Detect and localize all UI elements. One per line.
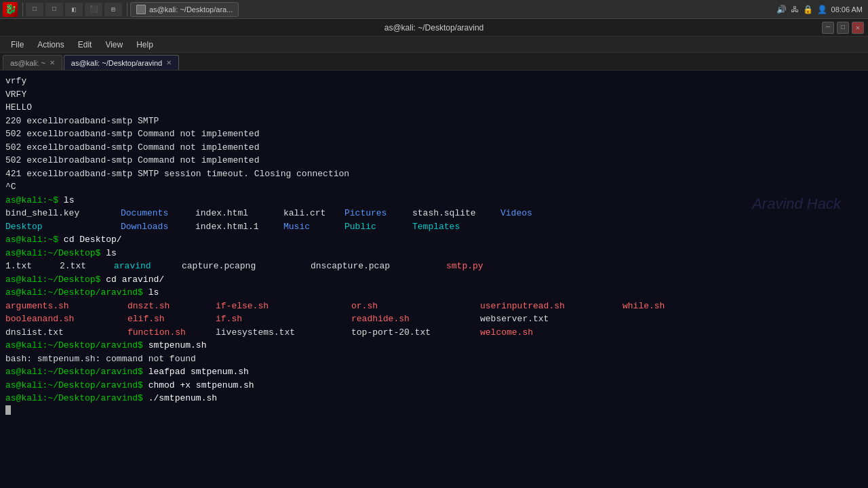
taskbar-window-label: as@kali: ~/Desktop/ara... <box>149 5 233 14</box>
maximize-button[interactable]: □ <box>837 22 849 34</box>
line-220: 220 excellbroadband-smtp SMTP <box>5 115 863 128</box>
tabbar: as@kali: ~ ✕ as@kali: ~/Desktop/aravind … <box>0 53 868 70</box>
line-vrfy-upper: VRFY <box>5 88 863 102</box>
taskbar-separator <box>22 3 23 16</box>
taskbar-btn-3[interactable]: ◧ <box>65 3 83 16</box>
prompt-ls-home: as@kali:~$ ls <box>5 194 863 207</box>
network-icon: 🖧 <box>791 5 799 14</box>
prompt-ls-aravind: as@kali:~/Desktop/aravind$ ls <box>5 286 863 300</box>
line-ctrlc: ^C <box>5 180 863 194</box>
taskbar-btn-4[interactable]: ⬛ <box>85 3 102 16</box>
taskbar-window-terminal[interactable]: as@kali: ~/Desktop/ara... <box>130 2 239 17</box>
cursor-line <box>5 405 863 415</box>
tab-home-label: as@kali: ~ <box>10 59 45 67</box>
titlebar: as@kali: ~/Desktop/aravind ─ □ ✕ <box>0 19 868 37</box>
taskbar-btn-1[interactable]: □ <box>26 3 43 16</box>
prompt-ls-desktop: as@kali:~/Desktop$ ls <box>5 247 863 260</box>
titlebar-controls: ─ □ ✕ <box>822 22 864 34</box>
taskbar-btn-5[interactable]: ⊞ <box>104 3 122 16</box>
tab-home[interactable]: as@kali: ~ ✕ <box>3 55 62 70</box>
taskbar-btn-2[interactable]: □ <box>45 3 63 16</box>
window-icon <box>136 5 146 14</box>
shield-icon: 🔒 <box>803 5 813 14</box>
menubar: File Actions Edit View Help <box>0 37 868 53</box>
terminal[interactable]: Aravind Hack vrfy VRFY HELLO 220 excellb… <box>0 70 868 488</box>
prompt-run-smtpenum: as@kali:~/Desktop/aravind$ ./smtpenum.sh <box>5 392 863 405</box>
menu-view[interactable]: View <box>98 39 130 51</box>
ls-aravind-row1: arguments.sh dnszt.sh if-else.sh or.sh u… <box>5 300 863 313</box>
ls-home-row1: bind_shell.key Documents index.html kali… <box>5 207 863 220</box>
menu-help[interactable]: Help <box>130 39 160 51</box>
ls-aravind-row3: dnslist.txt function.sh livesystems.txt … <box>5 326 863 340</box>
kali-dragon-icon[interactable]: 🐉 <box>3 2 18 17</box>
prompt-cd-aravind: as@kali:~/Desktop$ cd aravind/ <box>5 273 863 287</box>
line-421: 421 excellbroadband-smtp SMTP session ti… <box>5 167 863 181</box>
menu-actions[interactable]: Actions <box>31 39 71 51</box>
line-502-3: 502 excellbroadband-smtp Command not imp… <box>5 154 863 167</box>
line-502-2: 502 excellbroadband-smtp Command not imp… <box>5 141 863 155</box>
clock: 08:06 AM <box>831 5 863 14</box>
line-502-1: 502 excellbroadband-smtp Command not imp… <box>5 127 863 141</box>
line-vrfy-lower: vrfy <box>5 75 863 88</box>
prompt-smtpenum: as@kali:~/Desktop/aravind$ smtpenum.sh <box>5 339 863 352</box>
audio-icon: 🔊 <box>776 5 787 14</box>
terminal-cursor <box>5 405 11 415</box>
ls-desktop-row1: 1.txt 2.txt aravind capture.pcapng dnsca… <box>5 260 863 273</box>
prompt-cd-desktop: as@kali:~$ cd Desktop/ <box>5 233 863 247</box>
tab-home-close[interactable]: ✕ <box>50 59 55 66</box>
ls-aravind-row2: booleanand.sh elif.sh if.sh readhide.sh … <box>5 312 863 326</box>
tab-aravind-close[interactable]: ✕ <box>166 59 172 66</box>
menu-file[interactable]: File <box>4 39 31 51</box>
line-not-found: bash: smtpenum.sh: command not found <box>5 352 863 366</box>
prompt-chmod: as@kali:~/Desktop/aravind$ chmod +x smtp… <box>5 379 863 392</box>
user-icon: 👤 <box>817 5 827 14</box>
prompt-leafpad: as@kali:~/Desktop/aravind$ leafpad smtpe… <box>5 365 863 379</box>
taskbar-separator-2 <box>127 3 127 16</box>
taskbar: 🐉 □ □ ◧ ⬛ ⊞ as@kali: ~/Desktop/ara... 🔊 … <box>0 0 868 19</box>
ls-home-row2: Desktop Downloads index.html.1 Music Pub… <box>5 220 863 234</box>
line-hello: HELLO <box>5 101 863 115</box>
menu-edit[interactable]: Edit <box>71 39 99 51</box>
tab-aravind-label: as@kali: ~/Desktop/aravind <box>71 59 162 67</box>
titlebar-title: as@kali: ~/Desktop/aravind <box>384 23 484 33</box>
minimize-button[interactable]: ─ <box>822 22 834 34</box>
system-tray: 🔊 🖧 🔒 👤 08:06 AM <box>776 5 865 14</box>
close-button[interactable]: ✕ <box>852 22 864 34</box>
tab-aravind[interactable]: as@kali: ~/Desktop/aravind ✕ <box>64 55 179 70</box>
